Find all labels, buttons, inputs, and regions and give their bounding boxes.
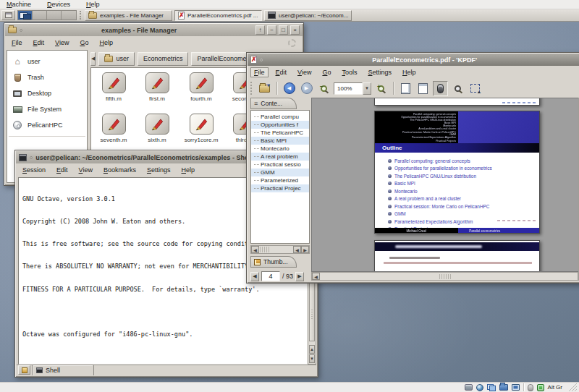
previous-page-button[interactable]: ◀ — [250, 272, 259, 281]
outline-link[interactable]: Parallel computing: general concepts — [388, 157, 539, 165]
menu-file[interactable]: File — [12, 39, 22, 46]
workspace-1[interactable] — [18, 11, 33, 20]
outline-link[interactable]: A real problem and a real cluster — [388, 195, 539, 203]
back-button[interactable]: ◀ — [282, 81, 297, 96]
toc-item[interactable]: Practical sessio — [251, 161, 309, 169]
workspace-3[interactable] — [47, 11, 62, 20]
task-file-manager[interactable]: examples - File Manager — [85, 10, 172, 21]
place-user[interactable]: ⌂ user — [7, 54, 87, 69]
pdf-view-area[interactable]: Parallel computing: general concepts Opp… — [311, 98, 578, 272]
vbox-menu-machine[interactable]: Machine — [7, 1, 31, 8]
outline-link[interactable]: Opportunities for parallelization in eco… — [388, 165, 539, 173]
menu-go[interactable]: Go — [322, 69, 331, 76]
scroll-down-button[interactable]: ▼ — [309, 354, 315, 363]
kpdf-titlebar[interactable]: ○ ParallelEconometrics.pdf - 'KPDF' — [248, 54, 579, 66]
scroll-up-button[interactable]: ▲ — [309, 345, 315, 354]
zoom-tool-button[interactable] — [450, 81, 465, 96]
menu-session[interactable]: Session — [22, 166, 46, 174]
workspace-2[interactable] — [33, 11, 47, 20]
menu-edit[interactable]: Edit — [276, 69, 287, 76]
maximize-button[interactable]: □ — [279, 25, 288, 35]
zoom-dropdown-button[interactable]: ▼ — [363, 82, 371, 95]
kpdf-hscrollbar[interactable]: ◀ — [311, 272, 578, 281]
file-sixth[interactable]: sixth.m — [136, 114, 178, 143]
menu-help[interactable]: Help — [402, 69, 416, 76]
forward-button[interactable]: ▶ — [299, 81, 314, 96]
crumb-user[interactable]: user — [98, 52, 135, 66]
scrollbar-grip[interactable] — [260, 247, 270, 252]
toolbar-handle[interactable] — [250, 82, 253, 95]
mouse-capture-icon[interactable] — [528, 384, 533, 391]
menu-go[interactable]: Go — [80, 39, 88, 46]
toc-item[interactable]: Parallel compu — [251, 113, 309, 121]
fit-width-button[interactable] — [398, 81, 413, 96]
vbox-menu-devices[interactable]: Devices — [47, 1, 70, 8]
new-session-button[interactable] — [18, 365, 30, 375]
menu-view[interactable]: View — [55, 39, 69, 46]
next-page-button[interactable]: ▶ — [295, 272, 304, 281]
close-button[interactable]: × — [290, 25, 300, 35]
place-filesystem[interactable]: File System — [7, 101, 87, 117]
show-desktop-button[interactable] — [1, 10, 15, 20]
file-sorry1core[interactable]: sorry1core.m — [180, 114, 222, 143]
menu-view[interactable]: View — [79, 166, 93, 174]
vbox-menu-help[interactable]: Help — [86, 1, 100, 8]
display-status-icon[interactable] — [512, 384, 520, 391]
sticky-icon[interactable]: ○ — [30, 155, 33, 160]
place-trash[interactable]: Trash — [7, 69, 87, 85]
outline-link[interactable]: Practical session: Monte Carlo on Pelica… — [388, 203, 539, 210]
place-pelicanhpc[interactable]: PelicanHPC — [7, 117, 87, 133]
sticky-icon[interactable]: ○ — [20, 27, 22, 33]
menu-help[interactable]: Help — [99, 39, 113, 46]
contents-hscrollbar[interactable]: ◀ ◀ ▶ — [250, 245, 310, 254]
scroll-right-button[interactable]: ▶ — [301, 246, 309, 253]
toc-item[interactable]: Parameterized — [251, 176, 309, 184]
menu-edit[interactable]: Edit — [33, 39, 45, 46]
place-desktop[interactable]: Desktop — [7, 85, 87, 101]
file-first[interactable]: first.m — [136, 72, 178, 102]
workspace-4[interactable] — [62, 11, 76, 20]
outline-link[interactable]: Montecarlo — [388, 187, 539, 195]
menu-settings[interactable]: Settings — [147, 166, 171, 174]
shade-button[interactable]: ↑ — [255, 25, 265, 35]
toc-item[interactable]: A real problem — [251, 153, 309, 161]
select-tool-button[interactable] — [468, 81, 483, 96]
browse-tool-button[interactable] — [433, 81, 448, 96]
menu-tools[interactable]: Tools — [342, 69, 357, 76]
resize-grip[interactable] — [569, 383, 577, 391]
toc-item[interactable]: Basic MPI — [251, 137, 309, 145]
scroll-left-button[interactable]: ◀ — [251, 246, 259, 253]
fit-page-button[interactable] — [415, 81, 431, 96]
cdrom-status-icon[interactable] — [476, 384, 483, 391]
outline-link[interactable]: The PelicanHPC GNU/Linux distribution — [388, 172, 539, 180]
tab-thumbnails[interactable]: Thumb... — [250, 256, 297, 268]
zoom-in-button[interactable]: + — [373, 81, 389, 96]
menu-settings[interactable]: Settings — [368, 69, 392, 76]
file-fifth[interactable]: fifth.m — [93, 72, 135, 102]
toc-item[interactable]: Opportunities f — [251, 121, 309, 129]
tab-contents[interactable]: ≡ Conte... — [250, 98, 297, 109]
file-manager-titlebar[interactable]: ○ examples - File Manager ↑ − □ × — [5, 24, 303, 36]
file-seventh[interactable]: seventh.m — [93, 114, 135, 143]
tab-shell[interactable]: Shell — [32, 365, 94, 375]
scroll-left-button2[interactable]: ◀ — [293, 246, 301, 253]
outline-link[interactable]: GMM — [388, 210, 539, 218]
scroll-left-button[interactable]: ◀ — [312, 273, 320, 280]
shared-folder-status-icon[interactable] — [499, 384, 508, 391]
sticky-icon[interactable]: ○ — [260, 57, 263, 62]
menu-help[interactable]: Help — [182, 166, 195, 174]
file-fourth[interactable]: fourth.m — [180, 72, 222, 102]
zoom-value-field[interactable]: 100% — [334, 82, 363, 95]
menu-view[interactable]: View — [297, 69, 311, 76]
toc-item[interactable]: Montecarlo — [251, 145, 309, 153]
toc-item[interactable]: GMM — [251, 169, 309, 176]
open-button[interactable] — [257, 81, 272, 96]
outline-link[interactable]: Parameterized Expectations Algorithm — [388, 218, 539, 226]
crumb-econometrics[interactable]: Econometrics — [138, 52, 189, 66]
zoom-out-button[interactable]: − — [316, 81, 331, 96]
task-terminal[interactable]: user@pelican: ~/Econom... — [264, 10, 352, 21]
toc-item[interactable]: The PelicanHPC — [251, 129, 309, 137]
page-number-field[interactable]: 4 — [261, 271, 280, 281]
outline-link[interactable]: Basic MPI — [388, 180, 539, 188]
menu-bookmarks[interactable]: Bookmarks — [103, 166, 136, 174]
